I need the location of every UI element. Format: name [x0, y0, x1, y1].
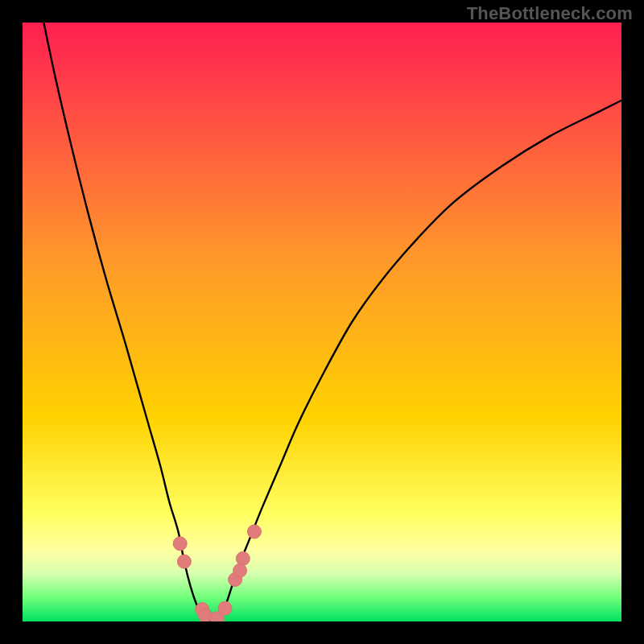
- sample-dot: [177, 555, 191, 568]
- sample-dot: [247, 525, 261, 539]
- sample-dot: [173, 537, 187, 551]
- sample-dot: [236, 551, 250, 565]
- bottleneck-chart-svg: [23, 23, 621, 621]
- sample-dot: [218, 601, 232, 615]
- chart-frame: TheBottleneck.com: [0, 0, 644, 644]
- watermark-text: TheBottleneck.com: [467, 3, 633, 24]
- sample-dot: [233, 564, 247, 577]
- sample-dot: [198, 609, 212, 621]
- gradient-background: [23, 23, 621, 621]
- plot-area: [23, 23, 621, 621]
